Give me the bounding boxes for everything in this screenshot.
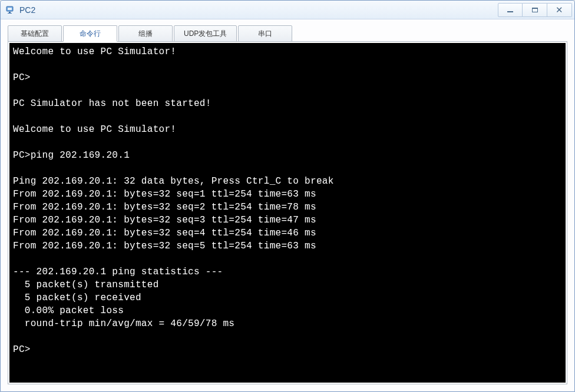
tab-label: UDP发包工具 xyxy=(184,29,227,39)
maximize-icon xyxy=(532,8,538,12)
content-area: 基础配置 命令行 组播 UDP发包工具 串口 Welcome to use PC… xyxy=(1,19,574,391)
tab-label: 命令行 xyxy=(80,29,101,39)
tab-bar: 基础配置 命令行 组播 UDP发包工具 串口 xyxy=(8,25,567,42)
maximize-button[interactable] xyxy=(523,3,547,17)
window-controls: ✕ xyxy=(498,3,572,17)
tab-multicast[interactable]: 组播 xyxy=(118,25,173,42)
close-icon: ✕ xyxy=(556,5,563,14)
app-window: PC2 ✕ 基础配置 命令行 组播 UDP发包工具 xyxy=(0,0,575,392)
tab-label: 组播 xyxy=(138,29,153,39)
tab-label: 基础配置 xyxy=(21,29,49,39)
svg-rect-3 xyxy=(8,13,12,14)
svg-rect-1 xyxy=(8,8,12,10)
tab-command-line[interactable]: 命令行 xyxy=(63,25,117,42)
window-title: PC2 xyxy=(19,5,498,15)
minimize-button[interactable] xyxy=(498,3,523,17)
app-icon xyxy=(5,5,16,15)
tab-basic-config[interactable]: 基础配置 xyxy=(8,25,62,42)
titlebar[interactable]: PC2 ✕ xyxy=(1,1,574,19)
terminal[interactable]: Welcome to use PC Simulator! PC> PC Simu… xyxy=(9,43,566,383)
close-button[interactable]: ✕ xyxy=(547,3,572,17)
tab-serial[interactable]: 串口 xyxy=(238,25,292,42)
minimize-icon xyxy=(507,11,513,12)
terminal-panel: Welcome to use PC Simulator! PC> PC Simu… xyxy=(8,41,567,384)
svg-rect-2 xyxy=(9,12,11,13)
tab-label: 串口 xyxy=(258,29,272,39)
tab-udp-tool[interactable]: UDP发包工具 xyxy=(174,25,237,42)
